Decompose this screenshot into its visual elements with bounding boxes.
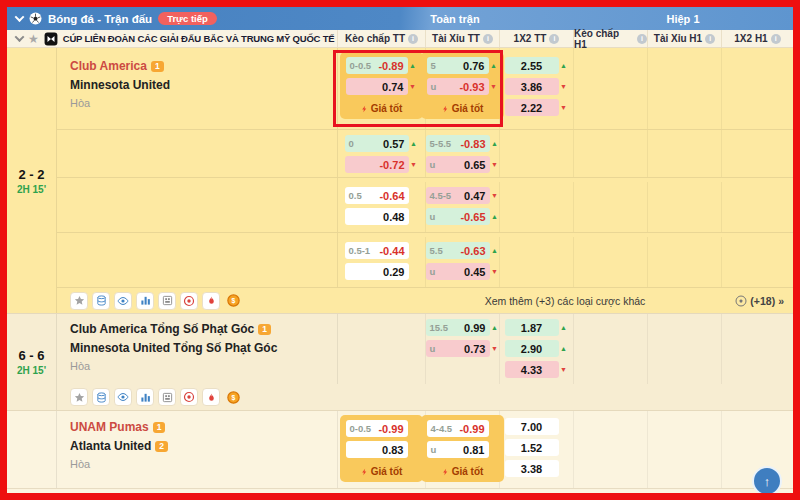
bet-over[interactable]: 4.5-50.47 xyxy=(426,187,490,204)
best-price-label: Giá tốt xyxy=(424,462,501,482)
bet-handicap-away[interactable]: 0.48 xyxy=(345,208,409,225)
pitch-view-icon[interactable] xyxy=(158,292,176,310)
bet-handicap-away[interactable]: -0.72 xyxy=(345,156,409,173)
favorite-star-icon[interactable] xyxy=(70,292,88,310)
trend-down-icon: ▼ xyxy=(490,192,500,199)
col-header-handicap-h1[interactable]: Kèo chấp H1i xyxy=(573,30,647,47)
hot-match-icon[interactable] xyxy=(202,388,220,406)
boosted-overunder-cell[interactable]: 4-4.5-0.99 u0.81 Giá tốt xyxy=(421,415,504,482)
match-row-club-america: 2 - 2 2H 15' Club America1 Minnesota Uni… xyxy=(7,48,793,313)
best-price-label: Giá tốt xyxy=(343,462,420,482)
more-markets[interactable]: (+18) » xyxy=(735,288,784,313)
bet-over[interactable]: 4-4.5-0.99 xyxy=(427,420,489,437)
bet-handicap-home[interactable]: 0.5-0.64 xyxy=(345,187,409,204)
bet-handicap-away[interactable]: 0.83 xyxy=(346,441,408,458)
bet-handicap-home[interactable]: 0-0.5-0.89 xyxy=(346,57,408,74)
odds-history-icon[interactable] xyxy=(92,388,110,406)
league-header: ★ CÚP LIÊN ĐOÀN CÁC GIẢI ĐẤU BẮC VÀ TRUN… xyxy=(7,30,793,48)
bet-1x2-draw[interactable]: 1.52 xyxy=(505,439,559,456)
bet-1x2-draw[interactable]: 2.90 xyxy=(505,340,559,357)
col-header-overunder-h1[interactable]: Tài Xỉu H1i xyxy=(647,30,721,47)
away-team[interactable]: Minnesota United Tổng Số Phạt Góc xyxy=(70,341,337,355)
boosted-overunder-cell[interactable]: 50.76▲ u-0.93▼ Giá tốt xyxy=(421,52,504,119)
live-score: 2 - 2 xyxy=(18,167,44,182)
trend-up-icon: ▲ xyxy=(490,247,500,254)
collapse-sport-icon[interactable] xyxy=(15,12,25,22)
match-row-unam-pumas: UNAM Pumas1 Atlanta United2 Hòa 0-0.5-0.… xyxy=(7,410,793,488)
info-icon[interactable]: i xyxy=(637,34,647,44)
boosted-handicap-cell[interactable]: 0-0.5-0.99 0.83 Giá tốt xyxy=(340,415,423,482)
bet-handicap-home[interactable]: 0.5-1-0.44 xyxy=(345,242,409,259)
bet-under[interactable]: u0.45 xyxy=(426,263,490,280)
odds-history-icon[interactable] xyxy=(92,292,110,310)
away-team[interactable]: Atlanta United2 xyxy=(70,439,337,453)
bet-handicap-home[interactable]: 0-0.5-0.99 xyxy=(346,420,408,437)
target-icon[interactable] xyxy=(180,292,198,310)
svg-text:$: $ xyxy=(231,297,235,305)
statistics-icon[interactable] xyxy=(136,388,154,406)
bottom-strip xyxy=(7,488,793,493)
col-header-handicap-ft[interactable]: Kèo chấp TTi xyxy=(337,30,425,47)
trend-down-icon: ▼ xyxy=(489,83,499,90)
scroll-to-top-button[interactable]: ↑ xyxy=(752,466,782,496)
trend-down-icon: ▼ xyxy=(559,104,569,111)
match-tools: $ xyxy=(57,292,337,310)
trend-down-icon: ▼ xyxy=(490,345,500,352)
home-team[interactable]: UNAM Pumas1 xyxy=(70,420,337,434)
favorite-league-icon[interactable]: ★ xyxy=(28,33,39,45)
bet-under[interactable]: u-0.93 xyxy=(427,78,489,95)
home-team[interactable]: Club America Tổng Số Phạt Góc1 xyxy=(70,322,337,336)
bet-under[interactable]: u0.81 xyxy=(427,441,489,458)
more-bets-link[interactable]: Xem thêm (+3) các loại cược khác xyxy=(337,295,793,307)
bet-over[interactable]: 5-5.5-0.83 xyxy=(426,135,490,152)
bet-over[interactable]: 50.76 xyxy=(427,57,489,74)
bet-1x2-away[interactable]: 3.38 xyxy=(505,460,559,477)
draw-label: Hòa xyxy=(70,458,337,470)
statistics-icon[interactable] xyxy=(136,292,154,310)
info-icon[interactable]: i xyxy=(771,34,781,44)
league-name: CÚP LIÊN ĐOÀN CÁC GIẢI ĐẤU BẮC VÀ TRUNG … xyxy=(63,33,335,44)
bet-under[interactable]: u0.65 xyxy=(426,156,490,173)
info-icon[interactable]: i xyxy=(549,34,559,44)
watch-live-icon[interactable] xyxy=(114,388,132,406)
bet-handicap-away[interactable]: 0.74 xyxy=(346,78,408,95)
bet-over[interactable]: 15.50.99 xyxy=(426,319,490,336)
info-icon[interactable]: i xyxy=(705,34,715,44)
boosted-handicap-cell[interactable]: 0-0.5-0.89▲ 0.74▼ Giá tốt xyxy=(340,52,423,119)
bet-under[interactable]: u0.73 xyxy=(426,340,490,357)
trend-up-icon: ▲ xyxy=(559,62,569,69)
bet-1x2-home[interactable]: 7.00 xyxy=(505,418,559,435)
lightning-icon xyxy=(361,467,368,477)
pitch-view-icon[interactable] xyxy=(158,388,176,406)
hot-match-icon[interactable] xyxy=(202,292,220,310)
bet-1x2-home[interactable]: 1.87 xyxy=(505,319,559,336)
bet-handicap-home[interactable]: 00.57 xyxy=(345,135,409,152)
redcard-badge: 2 xyxy=(155,441,168,452)
team-names: Club America1 Minnesota United Hòa xyxy=(57,48,337,129)
trend-up-icon: ▲ xyxy=(490,140,500,147)
boost-coin-icon[interactable]: $ xyxy=(224,388,242,406)
bet-1x2-draw[interactable]: 3.86 xyxy=(505,78,559,95)
trend-down-icon: ▼ xyxy=(490,268,500,275)
info-icon[interactable]: i xyxy=(483,34,493,44)
bet-1x2-away[interactable]: 2.22 xyxy=(505,99,559,116)
bet-over[interactable]: 5.5-0.63 xyxy=(426,242,490,259)
home-team[interactable]: Club America1 xyxy=(70,59,337,73)
bet-under[interactable]: u-0.65 xyxy=(426,208,490,225)
away-team[interactable]: Minnesota United xyxy=(70,78,337,92)
favorite-star-icon[interactable] xyxy=(70,388,88,406)
target-icon[interactable] xyxy=(180,388,198,406)
info-icon[interactable]: i xyxy=(408,34,418,44)
col-header-1x2-h1[interactable]: 1X2 H1i xyxy=(721,30,793,47)
col-header-overunder-ft[interactable]: Tài Xỉu TTi xyxy=(425,30,499,47)
col-header-1x2-ft[interactable]: 1X2 TTi xyxy=(499,30,573,47)
bet-1x2-home[interactable]: 2.55 xyxy=(505,57,559,74)
collapse-league-icon[interactable] xyxy=(15,32,25,42)
match-time: 2H 15' xyxy=(17,365,46,376)
bet-handicap-away[interactable]: 0.29 xyxy=(345,263,409,280)
trend-up-icon: ▲ xyxy=(490,324,500,331)
draw-label: Hòa xyxy=(70,97,337,109)
boost-coin-icon[interactable]: $ xyxy=(224,292,242,310)
bet-1x2-away[interactable]: 4.33 xyxy=(505,361,559,378)
watch-live-icon[interactable] xyxy=(114,292,132,310)
